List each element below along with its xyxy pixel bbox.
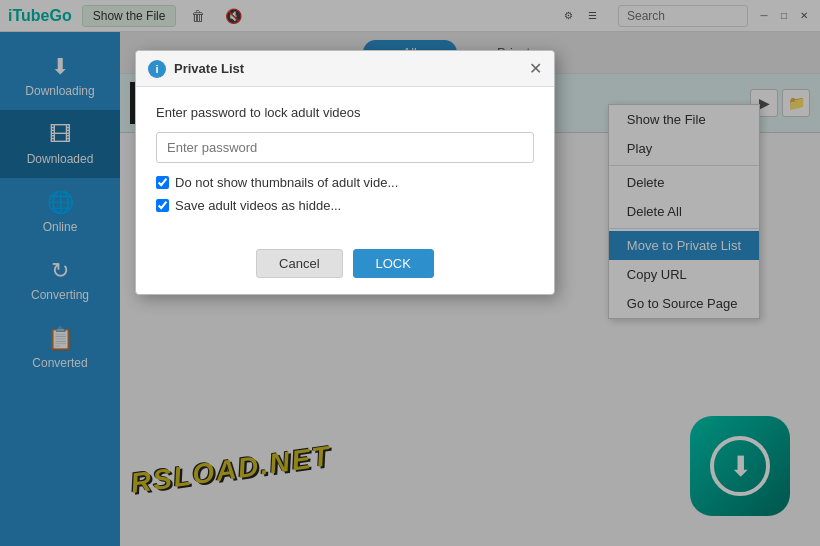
modal-header: i Private List ✕ [136, 51, 554, 87]
modal-close-button[interactable]: ✕ [529, 59, 542, 78]
password-input[interactable] [156, 132, 534, 163]
modal-title: Private List [174, 61, 244, 76]
modal-overlay: i Private List ✕ Enter password to lock … [0, 0, 820, 546]
checkbox-row-1: Do not show thumbnails of adult vide... [156, 175, 534, 190]
modal-icon: i [148, 60, 166, 78]
cancel-button[interactable]: Cancel [256, 249, 342, 278]
checkbox-thumbnails-label: Do not show thumbnails of adult vide... [175, 175, 398, 190]
modal-title-row: i Private List [148, 60, 244, 78]
checkbox-hidden-label: Save adult videos as hidde... [175, 198, 341, 213]
checkbox-hidden[interactable] [156, 199, 169, 212]
checkbox-thumbnails[interactable] [156, 176, 169, 189]
private-list-modal: i Private List ✕ Enter password to lock … [135, 50, 555, 295]
lock-button[interactable]: LOCK [353, 249, 434, 278]
modal-description: Enter password to lock adult videos [156, 105, 534, 120]
modal-body: Enter password to lock adult videos Do n… [136, 87, 554, 239]
checkbox-row-2: Save adult videos as hidde... [156, 198, 534, 213]
modal-footer: Cancel LOCK [136, 239, 554, 294]
